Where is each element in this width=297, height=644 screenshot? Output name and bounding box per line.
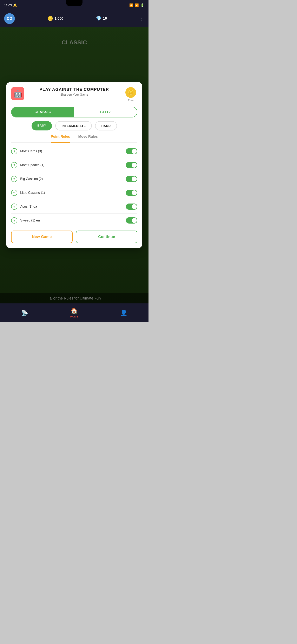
avatar-label: CD bbox=[7, 16, 12, 21]
free-label: Free bbox=[128, 99, 134, 102]
toggle-row-sweep: ? Sweep (1) ea bbox=[11, 214, 137, 227]
toggle-row-little-cassino: ? Little Cassino (1) bbox=[11, 186, 137, 200]
diamonds-display: 💎 10 bbox=[96, 16, 107, 21]
diamonds-value: 10 bbox=[103, 16, 107, 21]
profile-icon: 👤 bbox=[120, 310, 127, 316]
diamond-icon: 💎 bbox=[96, 16, 101, 21]
alarm-icon: 🔔 bbox=[13, 3, 17, 7]
continue-button[interactable]: Continue bbox=[76, 230, 137, 243]
nav-profile[interactable]: 👤 bbox=[120, 310, 127, 316]
home-label: HOME bbox=[70, 315, 78, 318]
signal-icon: 📶 bbox=[135, 3, 139, 7]
toggle-knob bbox=[132, 218, 137, 223]
toggle-list: ? Most Cards (3) ? Most Spades (1) bbox=[6, 144, 142, 227]
modal-subtitle: Sharpen Your Game bbox=[24, 93, 124, 96]
wifi-icon: 📶 bbox=[129, 3, 133, 7]
diff-hard[interactable]: HARD bbox=[95, 121, 117, 130]
tab-move-rules[interactable]: Move Rules bbox=[78, 134, 98, 140]
robot-icon: 🤖 bbox=[11, 87, 24, 100]
menu-icon[interactable]: ⋮ bbox=[139, 16, 144, 22]
difficulty-row: EASY INTERMEDIATE HARD bbox=[11, 121, 137, 130]
toggle-row-big-cassino: ? Big Cassino (2) bbox=[11, 172, 137, 186]
toggle-big-cassino[interactable] bbox=[126, 176, 137, 182]
toggle-left: ? Most Spades (1) bbox=[11, 162, 44, 168]
bottom-nav: 📡 🏠 HOME 👤 bbox=[0, 304, 148, 322]
modal: 🤖 PLAY AGAINST THE COMPUTER Sharpen Your… bbox=[6, 82, 142, 248]
rules-tabs: Point Rules Move Rules bbox=[11, 134, 137, 143]
mode-tabs: CLASSIC BLITZ bbox=[11, 107, 137, 118]
status-time: 12:05 🔔 bbox=[4, 3, 17, 7]
toggle-most-cards[interactable] bbox=[126, 148, 137, 154]
info-icon-big-cassino[interactable]: ? bbox=[11, 176, 17, 182]
toggle-knob bbox=[132, 149, 137, 154]
toggle-most-spades[interactable] bbox=[126, 162, 137, 168]
modal-overlay: 🤖 PLAY AGAINST THE COMPUTER Sharpen Your… bbox=[0, 27, 148, 304]
free-coin-icon: 🪙 bbox=[125, 87, 136, 98]
free-badge: 🪙 Free bbox=[124, 87, 137, 102]
toggle-label-aces: Aces (1) ea bbox=[20, 205, 37, 208]
modal-header: 🤖 PLAY AGAINST THE COMPUTER Sharpen Your… bbox=[6, 82, 142, 104]
nav-broadcast[interactable]: 📡 bbox=[21, 310, 28, 316]
coins-display: 🪙 1,000 bbox=[47, 16, 63, 21]
info-icon-sweep[interactable]: ? bbox=[11, 217, 17, 224]
toggle-left: ? Big Cassino (2) bbox=[11, 176, 43, 182]
diff-intermediate[interactable]: INTERMEDIATE bbox=[55, 121, 92, 130]
broadcast-icon: 📡 bbox=[21, 310, 28, 316]
time-label: 12:05 bbox=[4, 4, 12, 7]
home-icon: 🏠 bbox=[70, 307, 78, 314]
battery-icon: 🔋 bbox=[140, 3, 144, 7]
modal-title: PLAY AGAINST THE COMPUTER bbox=[24, 87, 124, 92]
toggle-little-cassino[interactable] bbox=[126, 190, 137, 196]
toggle-left: ? Little Cassino (1) bbox=[11, 190, 45, 196]
notch bbox=[66, 0, 82, 6]
new-game-button[interactable]: New Game bbox=[11, 230, 73, 243]
info-icon-aces[interactable]: ? bbox=[11, 204, 17, 210]
avatar[interactable]: CD bbox=[4, 13, 15, 24]
info-icon-most-cards[interactable]: ? bbox=[11, 148, 17, 154]
toggle-sweep[interactable] bbox=[126, 217, 137, 224]
modal-title-block: PLAY AGAINST THE COMPUTER Sharpen Your G… bbox=[24, 87, 124, 96]
toggle-label-most-cards: Most Cards (3) bbox=[20, 150, 42, 153]
tab-classic[interactable]: CLASSIC bbox=[11, 107, 74, 117]
diff-easy[interactable]: EASY bbox=[31, 121, 52, 130]
toggle-knob bbox=[132, 204, 137, 209]
app-header: CD 🪙 1,000 💎 10 ⋮ bbox=[0, 10, 148, 27]
tab-blitz[interactable]: BLITZ bbox=[74, 107, 137, 117]
coins-value: 1,000 bbox=[55, 16, 63, 21]
toggle-aces[interactable] bbox=[126, 204, 137, 210]
toggle-left: ? Most Cards (3) bbox=[11, 148, 42, 154]
toggle-row-most-spades: ? Most Spades (1) bbox=[11, 158, 137, 172]
info-icon-most-spades[interactable]: ? bbox=[11, 162, 17, 168]
toggle-knob bbox=[132, 176, 137, 182]
toggle-label-little-cassino: Little Cassino (1) bbox=[20, 191, 45, 195]
status-icons: 📶 📶 🔋 bbox=[129, 3, 144, 7]
modal-footer: New Game Continue bbox=[6, 227, 142, 243]
toggle-row-most-cards: ? Most Cards (3) bbox=[11, 144, 137, 158]
toggle-label-big-cassino: Big Cassino (2) bbox=[20, 177, 43, 181]
info-icon-little-cassino[interactable]: ? bbox=[11, 190, 17, 196]
toggle-row-aces: ? Aces (1) ea bbox=[11, 200, 137, 214]
background-area: CLASSIC 🤖 PLAY AGAINST THE COMPUTER Shar… bbox=[0, 27, 148, 304]
toggle-label-sweep: Sweep (1) ea bbox=[20, 218, 40, 222]
toggle-label-most-spades: Most Spades (1) bbox=[20, 163, 44, 167]
tab-point-rules[interactable]: Point Rules bbox=[51, 134, 70, 143]
coin-icon: 🪙 bbox=[47, 16, 53, 21]
toggle-left: ? Aces (1) ea bbox=[11, 204, 37, 210]
status-bar: 12:05 🔔 📶 📶 🔋 bbox=[0, 0, 148, 10]
toggle-knob bbox=[132, 190, 137, 195]
nav-home[interactable]: 🏠 HOME bbox=[70, 307, 78, 318]
toggle-left: ? Sweep (1) ea bbox=[11, 217, 40, 224]
toggle-knob bbox=[132, 163, 137, 168]
